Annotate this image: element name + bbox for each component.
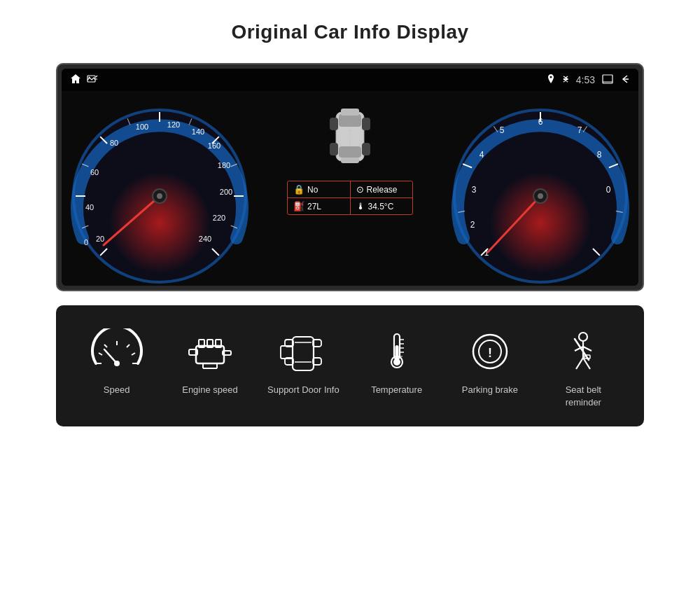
engine-icon — [182, 328, 238, 374]
svg-rect-40 — [341, 109, 359, 116]
back-icon[interactable] — [620, 74, 630, 86]
svg-line-112 — [583, 347, 592, 351]
info-row-2: ⛽ 27L 🌡 34.5°C — [288, 198, 412, 214]
temp-value: 34.5°C — [368, 202, 394, 211]
svg-text:60: 60 — [90, 168, 99, 176]
svg-text:240: 240 — [199, 235, 211, 243]
svg-text:140: 140 — [192, 127, 204, 136]
svg-text:5: 5 — [500, 125, 505, 135]
feature-engine: Engine speed — [172, 326, 248, 396]
info-row-1: 🔒 No ⊙ Release — [288, 181, 412, 198]
bluetooth-icon — [562, 74, 569, 86]
feature-door: Support Door Info — [265, 326, 342, 396]
svg-text:160: 160 — [208, 141, 220, 150]
svg-point-79 — [114, 361, 120, 366]
svg-text:100: 100 — [136, 123, 148, 131]
status-right: 4:53 — [547, 74, 630, 86]
image-icon — [87, 74, 98, 87]
temp-icon: 🌡 — [356, 201, 365, 211]
svg-text:6: 6 — [538, 117, 543, 127]
brake-label: Parking brake — [462, 384, 518, 396]
speedometer-gauge: 20 40 60 80 100 120 140 160 180 200 220 … — [62, 91, 258, 286]
svg-text:0: 0 — [606, 185, 611, 195]
svg-line-76 — [132, 353, 135, 355]
temp-label: Temperature — [371, 384, 422, 396]
feature-seatbelt: Seat belt reminder — [545, 326, 622, 409]
engine-label: Engine speed — [182, 384, 238, 396]
svg-text:0: 0 — [84, 238, 88, 246]
svg-rect-45 — [362, 143, 370, 155]
speed-label: Speed — [104, 384, 130, 396]
feature-temp: Temperature — [358, 326, 435, 396]
svg-text:8: 8 — [597, 150, 602, 160]
svg-line-72 — [99, 353, 102, 355]
svg-point-49 — [477, 147, 603, 273]
location-icon — [547, 74, 555, 86]
status-left — [70, 74, 98, 87]
svg-text:4: 4 — [479, 150, 484, 160]
temp-cell: 🌡 34.5°C — [351, 198, 413, 214]
engine-icon-box — [182, 326, 238, 375]
thermometer-icon — [369, 328, 425, 374]
center-panel: 🔒 No ⊙ Release ⛽ 27L — [258, 91, 442, 286]
svg-line-75 — [127, 345, 130, 347]
door-icon — [275, 328, 331, 374]
svg-point-109 — [579, 333, 587, 341]
seatbelt-icon: 🔒 — [293, 184, 304, 195]
svg-line-113 — [576, 358, 583, 369]
svg-rect-42 — [330, 118, 338, 130]
svg-text:!: ! — [488, 346, 492, 360]
speed-icon-box — [89, 326, 145, 375]
svg-point-100 — [393, 359, 400, 366]
home-icon — [70, 74, 81, 87]
door-label: Support Door Info — [267, 384, 340, 396]
svg-rect-89 — [293, 337, 314, 370]
brake-icon: ! — [462, 328, 518, 374]
fuel-icon: ⛽ — [293, 201, 304, 211]
seatbelt-icon-box — [555, 326, 611, 375]
gauges-area: 20 40 60 80 100 120 140 160 180 200 220 … — [62, 91, 638, 286]
svg-text:220: 220 — [213, 214, 225, 222]
speed-icon — [89, 328, 145, 374]
svg-text:7: 7 — [578, 125, 582, 135]
page-wrapper: Original Car Info Display — [0, 0, 700, 591]
door-icon-box — [275, 326, 331, 375]
feature-speed: Speed — [78, 326, 155, 396]
info-grid: 🔒 No ⊙ Release ⛽ 27L — [287, 181, 413, 215]
svg-rect-44 — [330, 143, 338, 155]
brake-icon-box: ! — [462, 326, 518, 375]
seatbelt-value: No — [307, 185, 318, 195]
svg-point-70 — [538, 193, 543, 199]
tachometer-gauge: 4 5 6 7 8 0 3 2 1 — [442, 91, 638, 286]
parking-cell: ⊙ Release — [351, 181, 413, 197]
dashboard-inner: 4:53 — [62, 69, 638, 286]
svg-line-78 — [104, 349, 117, 363]
svg-rect-96 — [281, 346, 293, 359]
svg-rect-41 — [341, 158, 359, 163]
windows-icon — [602, 74, 613, 86]
svg-text:180: 180 — [218, 161, 230, 169]
feature-brake: ! Parking brake — [451, 326, 528, 396]
svg-text:2: 2 — [470, 220, 475, 230]
svg-text:3: 3 — [472, 185, 477, 195]
seatbelt-icon — [555, 328, 611, 374]
svg-text:80: 80 — [110, 139, 118, 147]
svg-rect-80 — [196, 346, 224, 363]
parking-value: Release — [367, 185, 398, 195]
fuel-cell: ⛽ 27L — [288, 198, 351, 214]
svg-text:40: 40 — [85, 203, 94, 211]
svg-text:120: 120 — [167, 120, 180, 129]
status-time: 4:53 — [576, 74, 595, 85]
status-bar: 4:53 — [62, 69, 638, 91]
svg-line-73 — [104, 345, 107, 347]
svg-text:200: 200 — [220, 188, 232, 196]
temp-icon-box — [369, 326, 425, 375]
dashboard-screen: 4:53 — [56, 63, 644, 291]
seatbelt-label: Seat belt reminder — [566, 384, 601, 409]
features-section: Speed — [56, 305, 644, 426]
car-top-view — [326, 98, 374, 175]
parking-icon: ⊙ — [356, 184, 364, 195]
svg-point-6 — [97, 147, 223, 273]
page-title: Original Car Info Display — [231, 21, 468, 43]
svg-rect-43 — [362, 118, 370, 130]
